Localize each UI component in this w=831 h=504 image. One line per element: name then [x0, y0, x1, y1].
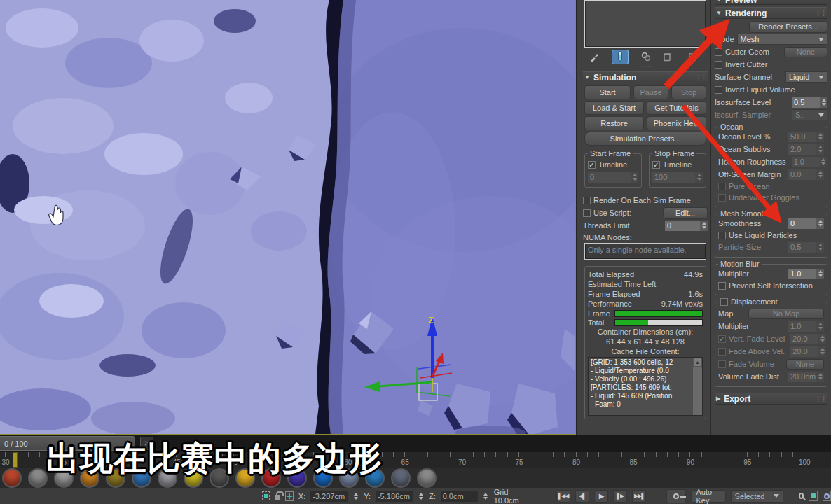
ocean-group-label: Ocean — [718, 122, 745, 131]
trash-icon[interactable] — [659, 50, 675, 64]
start-timeline-checkbox[interactable] — [588, 161, 596, 169]
load-start-button[interactable]: Load & Start — [584, 101, 644, 115]
cutter-geom-button[interactable]: None — [784, 47, 827, 57]
pure-ocean-checkbox[interactable] — [718, 183, 726, 190]
phoenix-help-button[interactable]: Phoenix Help — [647, 116, 706, 130]
vert-fade-checkbox[interactable] — [718, 335, 726, 343]
render-each-frame-label: Render On Each Sim Frame — [593, 196, 691, 204]
restore-button[interactable]: Restore — [584, 116, 644, 130]
cutter-geom-checkbox[interactable] — [715, 48, 722, 56]
rollout-export[interactable]: ▶ Export ⋮⋮ — [715, 393, 827, 405]
render-presets-button[interactable]: Render Presets... — [749, 21, 827, 33]
smoothness-label: Smoothness — [718, 219, 761, 227]
fade-above-checkbox[interactable] — [718, 348, 726, 356]
taskbar-app-icon[interactable] — [2, 468, 22, 488]
cache-file-list[interactable]: ▲ [GRID: 1 353 600 cells, 12- Liquid/Tem… — [588, 357, 703, 416]
orbit-view-icon[interactable] — [823, 491, 831, 501]
render-each-frame-checkbox[interactable] — [583, 197, 591, 204]
offscreen-margin-spinner[interactable]: 0.0 — [788, 169, 824, 180]
prevent-self-intersection-checkbox[interactable] — [718, 282, 726, 290]
selection-lock-icon[interactable] — [275, 495, 281, 500]
z-coord-field[interactable]: 0.0cm — [441, 491, 478, 502]
mb-multiplier-spinner[interactable]: 1.0 — [788, 269, 824, 279]
link-circles-icon[interactable] — [638, 50, 654, 64]
volume-fade-dist-spinner[interactable]: 20.0cm — [788, 372, 824, 382]
threads-limit-spinner[interactable]: 0 — [665, 220, 708, 231]
rollout-preview[interactable]: ▼ Preview — [715, 0, 827, 5]
auto-key-button[interactable]: Auto Key — [691, 490, 725, 503]
ocean-subdivs-spinner[interactable]: 2.0 — [788, 144, 824, 155]
eyedropper-icon[interactable] — [586, 50, 603, 64]
pause-button[interactable]: Pause — [633, 85, 668, 99]
cache-line: - Velocity (0.00 : 496.26) — [591, 375, 692, 384]
fade-above-spinner[interactable]: 20.0 — [790, 346, 826, 357]
mb-multiplier-label: Multiplier — [718, 270, 749, 278]
mode-dropdown[interactable]: Mesh — [737, 34, 827, 45]
start-frame-spinner[interactable]: 0 — [588, 172, 638, 183]
x-coord-field[interactable]: -3.207cm — [310, 491, 348, 502]
scroll-up-icon[interactable]: ▲ — [693, 358, 702, 367]
taskbar-app-icon[interactable] — [417, 468, 437, 488]
numa-nodes-input[interactable]: Only a single node available. — [584, 243, 706, 260]
underwater-goggles-checkbox[interactable] — [718, 194, 726, 202]
rollout-rendering-title: Rendering — [725, 8, 767, 18]
fade-volume-checkbox[interactable] — [718, 360, 726, 368]
invert-cutter-checkbox[interactable] — [715, 61, 722, 69]
taskbar-app-icon[interactable] — [28, 468, 48, 488]
transform-type-in-icon[interactable]: ✛ — [285, 491, 293, 501]
get-tutorials-button[interactable]: Get Tutorials — [647, 101, 706, 115]
use-script-checkbox[interactable] — [583, 209, 591, 217]
particle-size-spinner[interactable]: 0.5 — [788, 242, 824, 253]
rollout-simulation-title: Simulation — [593, 73, 636, 83]
isosurf-sampler-dropdown[interactable]: S.. — [792, 109, 827, 120]
surface-channel-dropdown[interactable]: Liquid — [785, 71, 827, 83]
y-coord-field[interactable]: -5.186cm — [376, 491, 413, 502]
mesh-smoothing-label: Mesh Smoothing — [718, 209, 781, 218]
test-tube-icon[interactable] — [612, 50, 629, 64]
frame-elapsed-label: Frame Elapsed — [588, 290, 640, 298]
taskbar-app-icon[interactable] — [391, 468, 411, 488]
ocean-level-spinner[interactable]: 50.0 — [788, 132, 824, 142]
cache-scrollbar[interactable]: ▲ — [693, 358, 702, 415]
fade-volume-button[interactable]: None — [786, 359, 824, 370]
use-liquid-particles-checkbox[interactable] — [718, 232, 726, 239]
disp-map-button[interactable]: No Map — [748, 309, 824, 319]
go-to-end-button[interactable]: ▶▶▌ — [632, 490, 646, 503]
stop-timeline-checkbox[interactable] — [652, 161, 660, 169]
stop-frame-spinner[interactable]: 100 — [652, 172, 703, 183]
y-spinner-icon[interactable] — [418, 491, 424, 501]
go-to-start-button[interactable]: ▌◀◀ — [556, 490, 570, 503]
isosurface-level-spinner[interactable]: 0.5 — [792, 97, 827, 108]
edit-script-button[interactable]: Edit... — [663, 207, 708, 219]
threads-limit-label: Threads Limit — [583, 221, 630, 230]
calculator-edit-icon[interactable] — [685, 50, 701, 64]
next-frame-step-button[interactable]: ▌▶ — [613, 490, 627, 503]
smoothness-spinner[interactable]: 0 — [788, 218, 824, 229]
horizon-roughness-spinner[interactable]: 1.0 — [792, 157, 827, 167]
selection-set-dropdown[interactable]: Selected — [731, 490, 783, 503]
offscreen-margin-label: Off-Screen Margin — [718, 170, 781, 178]
x-spinner-icon[interactable] — [352, 491, 359, 501]
selection-region-icon[interactable] — [262, 491, 270, 500]
viewport-3d[interactable]: Z — [0, 0, 576, 435]
previous-frame-button[interactable]: ◀▌ — [575, 490, 589, 503]
disp-multiplier-spinner[interactable]: 1.0 — [788, 321, 824, 332]
start-button[interactable]: Start — [584, 85, 631, 99]
sim-stats-group: Total Elapsed44.9s Estimated Time Left F… — [584, 266, 706, 419]
trackbar-playhead[interactable] — [13, 452, 18, 468]
pan-view-icon[interactable] — [809, 491, 817, 501]
z-spinner-icon[interactable] — [483, 491, 489, 501]
rollout-simulation[interactable]: ▼ Simulation ⋮⋮ — [583, 71, 708, 83]
play-button[interactable]: ▶ — [594, 490, 608, 503]
zoom-extents-icon[interactable] — [799, 493, 804, 499]
rollout-rendering[interactable]: ▼ Rendering ⋮⋮ — [715, 7, 827, 19]
vert-fade-spinner[interactable]: 20.0 — [790, 334, 826, 344]
set-keys-button[interactable] — [666, 489, 687, 503]
displacement-checkbox[interactable] — [720, 298, 728, 306]
cache-line: [PARTICLES: 145 609 tot: — [591, 384, 692, 392]
invert-liquid-checkbox[interactable] — [715, 86, 722, 94]
rollout-export-title: Export — [724, 394, 750, 404]
panel-drag-handle[interactable]: :::::: — [583, 66, 708, 71]
stop-button[interactable]: Stop — [671, 85, 706, 99]
simulation-presets-button[interactable]: Simulation Presets... — [584, 132, 706, 146]
